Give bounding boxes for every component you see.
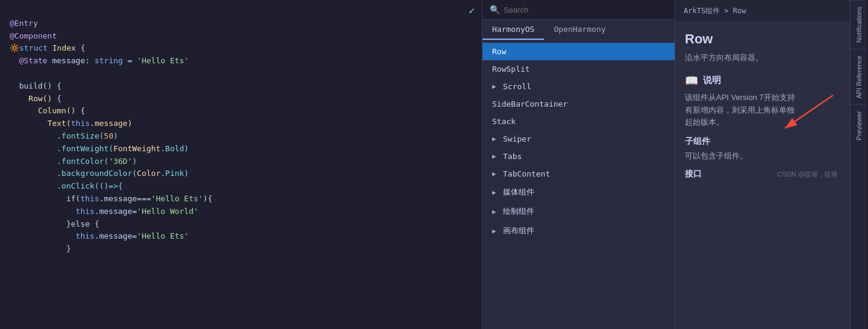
search-input[interactable] bbox=[504, 5, 667, 14]
shuoming-section: 📖 说明 bbox=[685, 74, 840, 87]
sidebar-panel: 🔍 HarmonyOS OpenHarmony Row RowSplit ▶ S… bbox=[482, 0, 675, 329]
code-line-7: Row() { bbox=[10, 94, 61, 103]
tab-harmonyos[interactable]: HarmonyOS bbox=[482, 20, 544, 40]
list-item-stack[interactable]: Stack bbox=[482, 113, 675, 130]
code-line-15: if(this.message==='Hello Ets'){ bbox=[10, 194, 213, 203]
detail-panel: ArkTS组件 > Row Row 沿水平方向布局容器。 📖 说明 该组件从AP… bbox=[675, 0, 850, 329]
shuoming-label: 说明 bbox=[703, 75, 721, 86]
shuoming-body: 该组件从API Version 7开始支持有新增内容，则采用上角标单独起始版本。 bbox=[685, 92, 840, 129]
code-line-8: Column() { bbox=[10, 106, 85, 115]
tab-openharmony[interactable]: OpenHarmony bbox=[544, 20, 615, 40]
list-item-row[interactable]: Row bbox=[482, 43, 675, 60]
check-icon: ✓ bbox=[469, 5, 475, 16]
expand-arrow-tabs: ▶ bbox=[492, 152, 499, 160]
list-item-rowsplit[interactable]: RowSplit bbox=[482, 60, 675, 78]
code-editor: @Entry @Component 🔆struct Index { @State… bbox=[0, 0, 482, 329]
list-item-scroll[interactable]: ▶ Scroll bbox=[482, 78, 675, 95]
tabs-row: HarmonyOS OpenHarmony bbox=[482, 20, 675, 40]
expand-arrow-swiper: ▶ bbox=[492, 135, 499, 143]
list-item-scroll-label: Scroll bbox=[503, 82, 531, 91]
code-line-19: } bbox=[10, 244, 71, 253]
zujian-title: 子组件 bbox=[685, 136, 840, 147]
code-line-12: .fontColor('36D') bbox=[10, 157, 137, 166]
code-line-6: build() { bbox=[10, 81, 61, 90]
book-icon: 📖 bbox=[685, 74, 698, 87]
right-tab-notifications[interactable]: Notifications bbox=[851, 0, 867, 49]
detail-title: Row bbox=[685, 31, 840, 47]
code-line-4: @State message: string = 'Hello Ets' bbox=[10, 56, 189, 65]
search-icon: 🔍 bbox=[490, 5, 500, 14]
list-item-tabs-label: Tabs bbox=[503, 152, 522, 161]
code-line-16: this.message='Hello World' bbox=[10, 207, 198, 216]
expand-arrow-tabcontent: ▶ bbox=[492, 170, 499, 178]
jiekou-title: 接口 bbox=[685, 169, 702, 180]
list-item-swiper-label: Swiper bbox=[503, 134, 531, 143]
list-item-sidebarcontainer[interactable]: SideBarContainer bbox=[482, 95, 675, 113]
group-media[interactable]: ▶ 媒体组件 bbox=[482, 183, 675, 202]
right-tab-previewer[interactable]: Previewer bbox=[851, 104, 867, 146]
code-line-10: .fontSize(50) bbox=[10, 131, 118, 140]
component-list: Row RowSplit ▶ Scroll SideBarContainer S… bbox=[482, 40, 675, 329]
jiekou-row: 接口 CSDN @哎呀，哎呀 bbox=[685, 169, 840, 180]
search-bar: 🔍 bbox=[482, 0, 675, 20]
group-media-label: 媒体组件 bbox=[503, 187, 534, 198]
list-item-tabcontent-label: TabContent bbox=[503, 169, 550, 178]
group-draw[interactable]: ▶ 绘制组件 bbox=[482, 202, 675, 221]
code-line-3: 🔆struct Index { bbox=[10, 43, 86, 52]
detail-content: Row 沿水平方向布局容器。 📖 说明 该组件从API Version 7开始支… bbox=[675, 23, 850, 329]
expand-arrow-scroll: ▶ bbox=[492, 83, 499, 90]
list-item-swiper[interactable]: ▶ Swiper bbox=[482, 130, 675, 148]
code-line-17: }else { bbox=[10, 219, 99, 228]
list-item-tabs[interactable]: ▶ Tabs bbox=[482, 148, 675, 165]
code-line-11: .fontWeight(FontWeight.Bold) bbox=[10, 144, 189, 153]
code-line-2: @Component bbox=[10, 31, 57, 40]
breadcrumb: ArkTS组件 > Row bbox=[675, 0, 850, 23]
zujian-body: 可以包含子组件。 bbox=[685, 151, 840, 161]
code-line-13: .backgroundColor(Color.Pink) bbox=[10, 169, 189, 178]
right-tab-api[interactable]: API Reference bbox=[851, 49, 867, 105]
detail-description: 沿水平方向布局容器。 bbox=[685, 52, 840, 64]
expand-arrow-canvas: ▶ bbox=[492, 227, 499, 235]
code-line-9: Text(this.message) bbox=[10, 119, 133, 128]
credit: CSDN @哎呀，哎呀 bbox=[778, 170, 840, 179]
code-line-1: @Entry bbox=[10, 19, 38, 28]
code-content: @Entry @Component 🔆struct Index { @State… bbox=[0, 0, 482, 273]
expand-arrow-media: ▶ bbox=[492, 189, 499, 196]
code-line-14: .onClick(()=>{ bbox=[10, 181, 123, 190]
group-canvas[interactable]: ▶ 画布组件 bbox=[482, 221, 675, 240]
code-line-18: this.message='Hello Ets' bbox=[10, 231, 189, 240]
group-draw-label: 绘制组件 bbox=[503, 206, 534, 217]
group-canvas-label: 画布组件 bbox=[503, 225, 534, 236]
list-item-tabcontent[interactable]: ▶ TabContent bbox=[482, 165, 675, 183]
right-tabs: Notifications API Reference Previewer bbox=[850, 0, 867, 329]
expand-arrow-draw: ▶ bbox=[492, 208, 499, 216]
